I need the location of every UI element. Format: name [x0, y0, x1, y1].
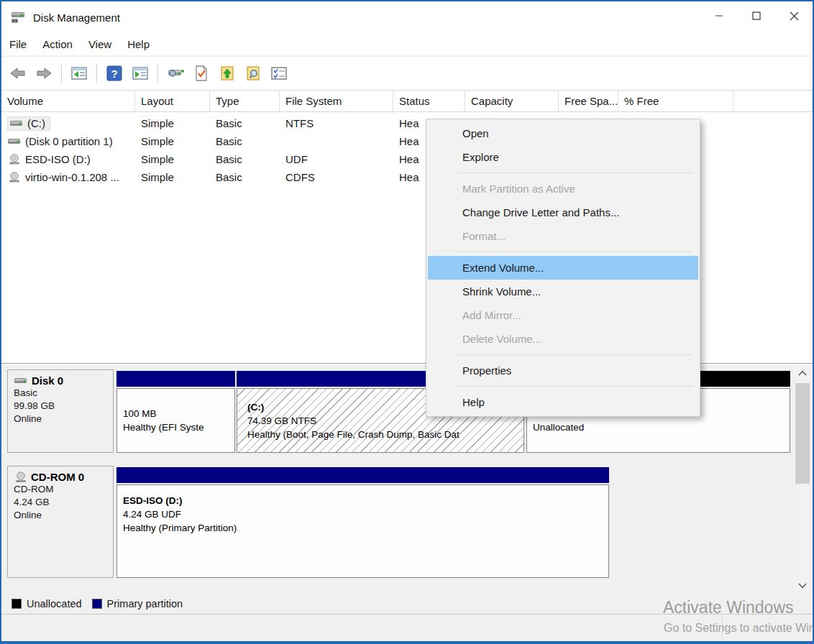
column-header-volume[interactable]: Volume [1, 91, 135, 111]
menu-bar: File Action View Help [1, 33, 813, 56]
column-header-type[interactable]: Type [210, 91, 280, 111]
window-controls [700, 1, 813, 30]
folder-up-icon [220, 65, 234, 81]
drive-icon [14, 376, 28, 386]
disk0-size: 99.98 GB [14, 400, 107, 413]
partition-efi[interactable]: 100 MB Healthy (EFI Syste [116, 371, 235, 453]
toolbar: ? [1, 57, 813, 91]
scroll-down-button[interactable] [794, 579, 811, 593]
menu-item-change-drive-letter[interactable]: Change Drive Letter and Paths... [428, 201, 698, 224]
partition-title: ESD-ISO (D:) [123, 494, 608, 507]
rescan-disks-button[interactable] [165, 63, 186, 84]
show-console-tree-button[interactable] [68, 63, 90, 84]
column-header-file-system[interactable]: File System [280, 91, 393, 111]
type-cell: Basic [210, 171, 280, 183]
partition-size: 4.24 GB UDF [123, 507, 608, 521]
partition-status: Unallocated [533, 420, 790, 434]
disk0-type: Basic [14, 387, 107, 400]
file-system-cell: NTFS [280, 117, 393, 129]
partition-size: 100 MB [123, 407, 234, 420]
cd-icon [7, 172, 22, 183]
legend-label-primary: Primary partition [107, 598, 183, 610]
maximize-button[interactable] [738, 1, 775, 30]
check-document-button[interactable] [191, 63, 212, 84]
cdrom0-size: 4.24 GB [14, 496, 107, 509]
chevron-down-icon [798, 583, 807, 589]
menu-item-explore[interactable]: Explore [428, 145, 698, 169]
volume-cell: (C:) [1, 116, 135, 131]
menu-item-properties[interactable]: Properties [428, 359, 698, 382]
task-list-button[interactable] [268, 63, 290, 84]
menu-separator [458, 252, 692, 252]
type-cell: Basic [210, 135, 280, 147]
action-pane-icon [132, 66, 149, 80]
folder-search-button[interactable] [242, 63, 264, 84]
primary-partition-swatch [92, 599, 102, 609]
disk0-status: Online [14, 413, 107, 426]
type-cell: Basic [210, 117, 280, 129]
column-header-free-space[interactable]: Free Spa... [559, 91, 618, 111]
close-button[interactable] [775, 1, 813, 30]
disk0-info-box[interactable]: Disk 0 Basic 99.98 GB Online [7, 369, 114, 453]
toolbar-separator [96, 64, 97, 83]
back-arrow-icon [9, 66, 27, 80]
toolbar-separator [61, 64, 62, 83]
type-cell: Basic [210, 153, 280, 165]
task-list-icon [270, 66, 288, 80]
back-button[interactable] [7, 63, 29, 84]
column-header-percent-free[interactable]: % Free [618, 91, 733, 111]
menu-separator [458, 386, 692, 387]
scroll-up-button[interactable] [794, 366, 811, 380]
help-button[interactable]: ? [104, 63, 125, 84]
help-icon: ? [106, 65, 122, 81]
menu-item-add-mirror: Add Mirror... [428, 303, 698, 327]
console-tree-icon [70, 66, 88, 80]
folder-search-icon [246, 65, 260, 81]
vertical-scrollbar[interactable] [794, 366, 811, 593]
legend-bar: Unallocated Primary partition [1, 593, 813, 615]
partition-bar [116, 371, 235, 387]
cd-icon [14, 472, 28, 483]
file-system-cell: CDFS [280, 171, 393, 183]
menu-item-mark-partition-active: Mark Partition as Active [428, 177, 698, 201]
disk-management-app-icon [10, 11, 26, 24]
menu-file[interactable]: File [1, 34, 35, 54]
volume-name: ESD-ISO (D:) [25, 153, 91, 165]
partition-body: 100 MB Healthy (EFI Syste [116, 388, 235, 453]
menu-view[interactable]: View [81, 34, 119, 54]
column-header-layout[interactable]: Layout [135, 91, 210, 111]
column-header-capacity[interactable]: Capacity [465, 91, 559, 111]
context-menu: Open Explore Mark Partition as Active Ch… [426, 119, 700, 417]
unallocated-swatch [12, 599, 22, 609]
menu-item-open[interactable]: Open [428, 121, 698, 145]
partition-status: Healthy (Primary Partition) [123, 521, 608, 535]
menu-item-delete-volume: Delete Volume... [428, 327, 698, 351]
folder-up-button[interactable] [216, 63, 238, 84]
show-action-pane-button[interactable] [129, 63, 151, 84]
partition-bar [116, 467, 609, 483]
menu-action[interactable]: Action [35, 34, 81, 54]
menu-item-extend-volume[interactable]: Extend Volume... [428, 256, 698, 280]
partition-d[interactable]: ESD-ISO (D:) 4.24 GB UDF Healthy (Primar… [116, 467, 609, 578]
forward-button[interactable] [33, 63, 55, 84]
title-bar: Disk Management [1, 1, 813, 33]
layout-cell: Simple [135, 153, 210, 165]
file-system-cell: UDF [280, 153, 393, 165]
minimize-button[interactable] [700, 1, 738, 30]
menu-item-shrink-volume[interactable]: Shrink Volume... [428, 280, 698, 303]
status-bar-divider [722, 618, 723, 638]
partition-status: Healthy (EFI Syste [123, 420, 234, 434]
legend-label-unallocated: Unallocated [27, 598, 82, 610]
volume-cell: (Disk 0 partition 1) [1, 135, 135, 147]
menu-item-format: Format... [428, 224, 698, 248]
scrollbar-thumb[interactable] [795, 383, 810, 484]
menu-item-help[interactable]: Help [428, 390, 698, 414]
column-header-filler [733, 91, 813, 111]
disk-management-window: Disk Management File Action View Help [0, 0, 814, 644]
menu-help[interactable]: Help [119, 34, 157, 54]
column-header-status[interactable]: Status [393, 91, 465, 111]
cdrom0-info-box[interactable]: CD-ROM 0 CD-ROM 4.24 GB Online [7, 466, 114, 578]
layout-cell: Simple [135, 135, 210, 147]
drive-icon [9, 118, 24, 129]
cdrom0-status: Online [14, 509, 107, 522]
